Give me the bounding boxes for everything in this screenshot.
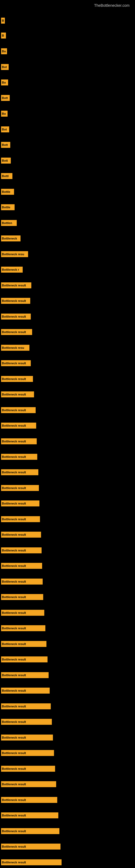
bar-label: Bottleneck result (1, 750, 54, 756)
bar-label: Bottleneck r (1, 267, 23, 273)
bar-item: Bottleneck result (0, 688, 135, 693)
bar-label: Bottleneck result (1, 376, 33, 382)
bar-item: Bottleneck result (0, 329, 135, 335)
bar-item: Bottleneck result (0, 735, 135, 741)
bar-label: Bottleneck result (1, 469, 38, 475)
bar-label: Bottleneck result (1, 298, 30, 304)
bar-item: Bot (0, 64, 135, 70)
bar-label: Bottleneck result (1, 594, 43, 600)
bar-item: Bo (0, 80, 135, 86)
bar-label: Bottleneck result (1, 656, 48, 662)
bar-item: Bottleneck r (0, 267, 135, 273)
bar-label: Bottleneck result (1, 282, 31, 288)
bar-label: Bottleneck result (1, 812, 58, 818)
bar-item: Bottleneck result (0, 844, 135, 849)
bar-label: Bottle (1, 189, 14, 195)
bar-label: Bottleneck result (1, 392, 34, 397)
bar-label: Bottleneck result (1, 407, 36, 413)
bar-item: Bottleneck result (0, 656, 135, 662)
bar-label: Bottleneck result (1, 703, 51, 709)
bar-item: B (0, 33, 135, 38)
bar-item: Bottleneck result (0, 781, 135, 787)
bar-label: Bott (1, 158, 11, 163)
bar-item: Bottleneck result (0, 469, 135, 475)
bar-item: Bottleneck result (0, 672, 135, 678)
bar-label: Bo (1, 48, 7, 54)
bar-label: Bot (1, 126, 9, 132)
bar-item: Bottleneck result (0, 812, 135, 818)
bar-label: Bottleneck result (1, 532, 41, 538)
bar-label: Bottleneck resu (1, 251, 28, 257)
bar-item: Bott (0, 158, 135, 163)
bar-item: Bottleneck result (0, 485, 135, 491)
bar-label: Bottleneck result (1, 610, 44, 616)
bar-item: Bottleneck result (0, 797, 135, 803)
bar-label: Bottleneck result (1, 547, 42, 553)
bar-item: Bottleneck result (0, 376, 135, 382)
bar-item: Bottleneck result (0, 282, 135, 288)
bar-item: Bottleneck result (0, 532, 135, 538)
bar-label: Bottleneck result (1, 797, 57, 803)
bar-item: Bottleneck result (0, 579, 135, 585)
bar-label: B (1, 33, 6, 38)
bar-label: Bo (1, 111, 8, 117)
bar-label: Bottleneck result (1, 500, 39, 506)
bar-item: Bottle (0, 189, 135, 195)
bar-item: Bottle (0, 204, 135, 210)
bar-label: Bott (1, 142, 10, 148)
bar-label: Bo (1, 80, 8, 86)
bar-label: Bottleneck result (1, 360, 31, 366)
bar-item: Bottleneck result (0, 719, 135, 725)
bar-label: Bottleneck result (1, 329, 32, 335)
bar-item: Bottleneck result (0, 859, 135, 865)
bar-label: Bottle (1, 204, 14, 210)
bar-label: B (1, 18, 5, 24)
bar-item: Bottleneck result (0, 547, 135, 553)
bar-item: Bottleneck result (0, 766, 135, 772)
bar-item: Bott (0, 142, 135, 148)
bar-item: Bottleneck result (0, 500, 135, 506)
bar-item: Bottleneck resu (0, 345, 135, 351)
bar-label: Bottleneck result (1, 641, 46, 647)
bar-label: Bottleneck result (1, 766, 55, 772)
bar-item: Bottleneck result (0, 625, 135, 631)
bar-item: Bottleneck result (0, 516, 135, 522)
bar-label: Bottleneck result (1, 735, 53, 741)
bar-item: Bottleneck result (0, 563, 135, 569)
bar-item: Bottleneck result (0, 392, 135, 397)
bar-item: Bot (0, 126, 135, 132)
bar-item: Bottleneck result (0, 641, 135, 647)
bar-label: Bott (1, 95, 10, 101)
bar-label: Bottleneck result (1, 859, 61, 865)
bar-item: Bottleneck resu (0, 251, 135, 257)
bar-item: Bottleneck result (0, 298, 135, 304)
bar-label: Bottleneck result (1, 314, 31, 319)
bar-item: Bottleneck result (0, 703, 135, 709)
bar-item: Bottleneck result (0, 438, 135, 444)
bar-label: Bottleneck result (1, 828, 59, 834)
bar-label: Bottleneck result (1, 454, 37, 460)
bar-label: Bottleneck result (1, 781, 56, 787)
bar-item: Bottlen (0, 220, 135, 226)
bar-label: Bottleneck result (1, 423, 36, 429)
bar-label: Bottl (1, 173, 12, 179)
bar-item: Bottleneck result (0, 423, 135, 429)
bar-label: Bottlen (1, 220, 17, 226)
bar-item: Bottleneck result (0, 454, 135, 460)
bar-label: Bottleneck result (1, 563, 42, 569)
bar-item: Bottleneck (0, 236, 135, 241)
bar-item: Bott (0, 95, 135, 101)
bar-item: Bottleneck result (0, 750, 135, 756)
bar-label: Bottleneck result (1, 579, 43, 585)
bar-item: Bo (0, 48, 135, 54)
bar-item: Bottleneck result (0, 314, 135, 319)
site-title: TheBottlenecker.com (94, 1, 130, 10)
bar-label: Bottleneck result (1, 625, 45, 631)
bar-label: Bottleneck (1, 236, 20, 241)
bar-label: Bottleneck result (1, 485, 39, 491)
bar-item: Bo (0, 111, 135, 117)
bar-item: Bottleneck result (0, 828, 135, 834)
bar-label: Bottleneck result (1, 688, 50, 693)
bar-label: Bot (1, 64, 9, 70)
bar-item: Bottleneck result (0, 594, 135, 600)
